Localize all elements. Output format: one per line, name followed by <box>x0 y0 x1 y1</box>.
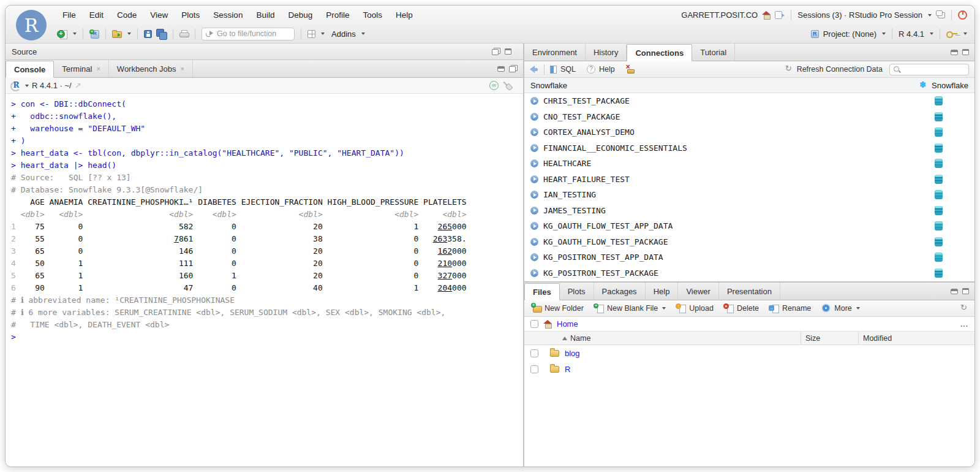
expand-arrow-icon[interactable] <box>530 238 538 246</box>
expand-arrow-icon[interactable] <box>530 269 538 277</box>
connection-object-row[interactable]: HEALTHCARE <box>524 156 974 172</box>
menu-item[interactable]: Session <box>206 10 249 20</box>
refresh-icon[interactable] <box>785 65 794 74</box>
menu-item[interactable]: File <box>56 10 83 20</box>
expand-arrow-icon[interactable] <box>530 128 538 136</box>
minimize-pane-icon[interactable] <box>497 66 505 72</box>
connection-object-row[interactable]: CNO_TEST_PACKAGE <box>524 109 974 125</box>
database-table-icon[interactable] <box>935 237 943 246</box>
file-row[interactable]: R <box>524 361 974 377</box>
connection-object-row[interactable]: IAN_TESTING <box>524 187 974 203</box>
help-circle-icon[interactable] <box>587 65 595 74</box>
menu-item[interactable]: Tools <box>356 10 389 20</box>
database-table-icon[interactable] <box>935 206 943 215</box>
project-menu[interactable]: Project: (None) <box>823 29 876 39</box>
files-toolbar-button[interactable]: Upload <box>674 304 716 313</box>
files-tab[interactable]: Files <box>524 283 560 300</box>
database-table-icon[interactable] <box>935 128 943 137</box>
sign-out-icon[interactable] <box>775 11 782 19</box>
open-file-dropdown-icon[interactable] <box>127 32 131 35</box>
connection-object-row[interactable]: KG_OAUTH_FLOW_TEST_PACKAGE <box>524 234 974 250</box>
save-all-icon[interactable] <box>156 29 167 39</box>
file-name-link[interactable]: blog <box>565 349 580 358</box>
connection-object-row[interactable]: KG_POSITRON_TEST_PACKAGE <box>524 265 974 281</box>
connections-search-input[interactable] <box>903 65 965 74</box>
goto-file-searchbox[interactable] <box>202 28 295 40</box>
open-new-window-icon[interactable]: ↗ <box>75 81 81 90</box>
environment-tab[interactable]: Environment <box>524 44 586 61</box>
sql-button[interactable]: SQL <box>560 65 576 74</box>
expand-arrow-icon[interactable] <box>530 207 538 215</box>
connection-object-row[interactable]: FINANCIAL__ECONOMIC_ESSENTIALS <box>524 140 974 156</box>
menu-item[interactable]: Code <box>110 10 143 20</box>
print-icon[interactable] <box>179 30 189 38</box>
menu-item[interactable]: View <box>143 10 175 20</box>
pane-layout-dropdown-icon[interactable] <box>321 32 325 35</box>
environment-tab[interactable]: Connections <box>627 44 692 61</box>
database-table-icon[interactable] <box>935 175 943 184</box>
database-table-icon[interactable] <box>935 268 943 278</box>
new-project-icon[interactable] <box>89 29 99 39</box>
environment-tab[interactable]: History <box>586 44 627 61</box>
menu-item[interactable]: Profile <box>319 10 356 20</box>
files-tab[interactable]: Packages <box>594 283 646 300</box>
r-version-menu[interactable]: R 4.4.1 <box>899 29 924 39</box>
database-table-icon[interactable] <box>935 221 943 230</box>
addins-menu[interactable]: Addins <box>331 29 356 39</box>
project-dropdown-icon[interactable] <box>882 32 886 35</box>
expand-arrow-icon[interactable] <box>530 159 538 167</box>
menu-item[interactable]: Help <box>389 10 420 20</box>
refresh-connection-button[interactable]: Refresh Connection Data <box>797 65 883 74</box>
file-checkbox[interactable] <box>530 365 538 373</box>
pane-layout-icon[interactable] <box>307 30 315 38</box>
new-file-dropdown-icon[interactable] <box>73 32 77 35</box>
clear-console-icon[interactable] <box>503 81 513 90</box>
maximize-pane-icon[interactable] <box>505 48 511 55</box>
column-header-modified[interactable]: Modified <box>858 332 974 344</box>
chevron-down-icon[interactable] <box>928 14 932 17</box>
new-file-icon[interactable] <box>57 29 67 39</box>
r-logo-icon[interactable] <box>10 81 21 90</box>
menu-item[interactable]: Debug <box>281 10 319 20</box>
new-session-window-icon[interactable] <box>938 12 945 18</box>
expand-arrow-icon[interactable] <box>530 97 538 105</box>
save-icon[interactable] <box>144 30 152 38</box>
database-table-icon[interactable] <box>935 190 943 199</box>
database-table-icon[interactable] <box>935 253 943 262</box>
r-version-dropdown-icon[interactable] <box>930 32 933 35</box>
expand-arrow-icon[interactable] <box>530 191 538 199</box>
expand-arrow-icon[interactable] <box>530 253 538 261</box>
maximize-pane-icon[interactable] <box>509 65 518 72</box>
sessions-menu[interactable]: Sessions (3) · RStudio Pro Session <box>797 10 922 20</box>
addins-dropdown-icon[interactable] <box>361 32 365 35</box>
files-tab[interactable]: Viewer <box>678 283 719 300</box>
maximize-pane-icon[interactable] <box>962 288 969 294</box>
files-toolbar-button[interactable]: New Blank File <box>592 304 668 313</box>
quit-session-icon[interactable] <box>958 10 967 20</box>
menu-item[interactable]: Build <box>249 10 281 20</box>
column-header-size[interactable]: Size <box>801 332 858 344</box>
select-all-checkbox[interactable] <box>530 320 538 328</box>
menu-item[interactable]: Edit <box>83 10 110 20</box>
minimize-pane-icon[interactable] <box>951 289 958 294</box>
connections-searchbox[interactable] <box>889 64 969 75</box>
sql-doc-icon[interactable] <box>550 66 557 74</box>
help-button[interactable]: Help <box>599 65 615 74</box>
console-tab[interactable]: Terminal × <box>54 60 109 77</box>
database-table-icon[interactable] <box>935 143 943 153</box>
breadcrumb-more-button[interactable]: ... <box>960 320 968 329</box>
connection-object-row[interactable]: KG_POSITRON_TEST_APP_DATA <box>524 249 974 265</box>
expand-arrow-icon[interactable] <box>530 144 538 152</box>
close-icon[interactable]: × <box>180 66 184 72</box>
connection-object-row[interactable]: HEART_FAILURE_TEST <box>524 172 974 188</box>
home-icon[interactable] <box>762 11 771 19</box>
files-toolbar-button[interactable]: New Folder <box>530 304 586 313</box>
connection-object-row[interactable]: KG_OAUTH_FLOW_TEST_APP_DATA <box>524 218 974 234</box>
credentials-dropdown-icon[interactable] <box>963 32 967 35</box>
file-name-link[interactable]: R <box>565 365 570 374</box>
expand-arrow-icon[interactable] <box>530 222 538 230</box>
files-tab[interactable]: Presentation <box>719 283 780 300</box>
session-suspend-icon[interactable] <box>489 81 499 90</box>
minimize-pane-icon[interactable] <box>951 50 958 55</box>
connection-object-row[interactable]: CHRIS_TEST_PACKAGE <box>524 93 974 109</box>
